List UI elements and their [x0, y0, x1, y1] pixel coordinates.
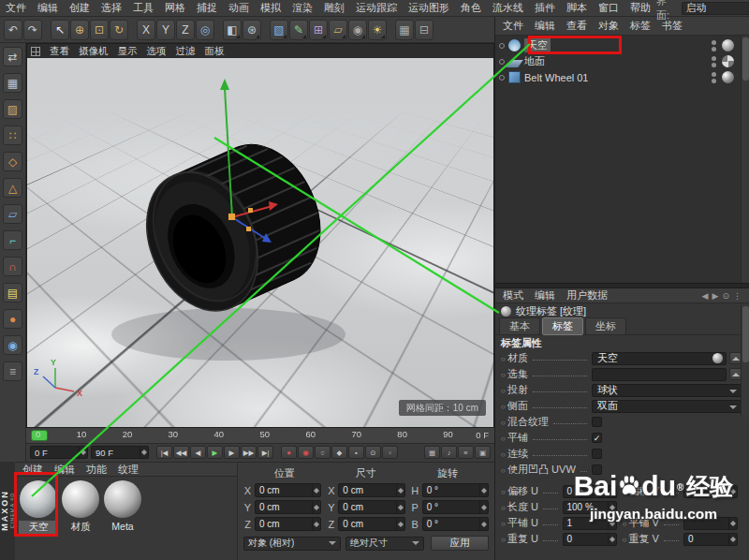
menu-item[interactable]: 文件 — [0, 0, 32, 16]
spinner-icon[interactable] — [479, 501, 488, 513]
spinner-icon[interactable] — [140, 447, 148, 458]
redo-icon[interactable]: ↷ — [23, 20, 42, 40]
expand-dot-icon[interactable] — [499, 43, 505, 49]
spinner-icon[interactable] — [479, 484, 488, 496]
menu-item[interactable]: 雕刻 — [318, 0, 350, 16]
size-field[interactable]: 0 cm — [338, 500, 404, 514]
uv-u-field[interactable]: 100 % — [563, 501, 617, 514]
spline-pen-icon[interactable]: ✎ — [289, 20, 308, 40]
workplane-mode-icon[interactable]: ▱ — [3, 204, 22, 224]
record-position-button[interactable]: ◆ — [331, 446, 347, 459]
lock-icon[interactable]: ⊙ — [722, 291, 729, 301]
uv-v-field[interactable] — [683, 517, 738, 530]
tile-checkbox[interactable] — [592, 433, 602, 443]
object-manager-menu-item[interactable]: 文件 — [497, 18, 529, 34]
scale-icon[interactable]: ⊡ — [90, 20, 109, 40]
visibility-dots[interactable] — [712, 40, 716, 52]
record-rotation-button[interactable]: ⊙ — [365, 446, 381, 459]
object-manager-menu-item[interactable]: 编辑 — [529, 18, 561, 34]
toolbar-separator[interactable] — [215, 20, 222, 40]
model-mode-icon[interactable]: ▦ — [3, 73, 22, 93]
maximize-timeline-button[interactable]: ▣ — [475, 446, 491, 459]
spinner-icon[interactable] — [608, 534, 616, 545]
polygons-mode-icon[interactable]: △ — [3, 178, 22, 198]
record-params-button[interactable]: ▫ — [382, 446, 398, 459]
prev-frame-button[interactable]: ◀ — [190, 446, 206, 459]
axis-z-lock-button[interactable]: Z — [176, 20, 195, 40]
position-field[interactable]: 0 cm — [255, 483, 321, 497]
viewport-menu-item[interactable]: 查看 — [45, 44, 74, 58]
side-dropdown[interactable]: 双面 — [592, 400, 742, 413]
spinner-icon[interactable] — [608, 486, 616, 497]
object-name[interactable]: 天空 — [524, 38, 551, 52]
viewport-panel-icon[interactable] — [31, 47, 40, 56]
menu-item[interactable]: 编辑 — [32, 0, 64, 16]
snap-enable-icon[interactable]: ∩ — [3, 257, 22, 276]
coordinate-system-icon[interactable]: ◎ — [196, 20, 214, 40]
spinner-icon[interactable] — [79, 447, 87, 458]
position-field[interactable]: 0 cm — [255, 517, 321, 531]
tab-tag[interactable]: 标签 — [542, 317, 583, 335]
spinner-icon[interactable] — [312, 501, 320, 513]
autokey-button[interactable]: ◉ — [298, 446, 314, 459]
menu-item[interactable]: 插件 — [529, 0, 561, 16]
size-field[interactable]: 0 cm — [338, 517, 404, 531]
material-item-sky[interactable]: 天空 — [19, 480, 58, 534]
viewport-3d-canvas[interactable]: X Y Z 网格间距：10 cm — [27, 58, 493, 427]
cube-primitive-icon[interactable]: ▧ — [270, 20, 288, 40]
tab-coordinates[interactable]: 坐标 — [585, 317, 626, 335]
sky-material-preview[interactable] — [20, 480, 57, 518]
spinner-icon[interactable] — [728, 534, 737, 545]
attribute-menu-item[interactable]: 编辑 — [529, 287, 561, 303]
menu-item[interactable]: 帮助 — [624, 0, 656, 16]
spinner-icon[interactable] — [728, 486, 737, 497]
material-item-default[interactable]: 材质 — [61, 480, 100, 534]
object-manager-scrollbar[interactable] — [741, 36, 749, 283]
toolbar-separator[interactable] — [43, 20, 50, 40]
goto-end-button[interactable]: ▶| — [257, 446, 273, 459]
menu-item[interactable]: 模拟 — [255, 0, 286, 16]
viewport-menu-item[interactable]: 选项 — [142, 44, 171, 58]
object-manager-menu-item[interactable]: 对象 — [593, 18, 624, 34]
object-manager-list[interactable]: 天空 地面 Belt Wheel 01 — [495, 36, 749, 283]
projection-dropdown[interactable]: 球状 — [592, 384, 742, 397]
position-field[interactable]: 0 cm — [255, 500, 321, 514]
object-name[interactable]: Belt Wheel 01 — [524, 72, 588, 83]
light-icon[interactable]: ☀ — [368, 20, 387, 40]
material-preview[interactable] — [104, 480, 141, 518]
menu-item[interactable]: 动画 — [223, 0, 255, 16]
spinner-icon[interactable] — [608, 518, 616, 529]
play-button[interactable]: ▶ — [207, 446, 223, 459]
menu-item[interactable]: 流水线 — [487, 0, 529, 16]
menu-item[interactable]: 网格 — [159, 0, 191, 16]
history-back-icon[interactable]: ◀ — [702, 291, 709, 301]
interface-select[interactable]: 启动 — [682, 2, 749, 15]
spinner-icon[interactable] — [728, 518, 737, 529]
rotation-field[interactable]: 0 ° — [422, 500, 489, 514]
object-manager-menu-item[interactable]: 标签 — [624, 18, 656, 34]
spinner-icon[interactable] — [608, 502, 616, 513]
menu-item[interactable]: 创建 — [64, 0, 95, 16]
uv-v-field[interactable]: 0 — [683, 533, 738, 546]
axis-x-lock-button[interactable]: X — [137, 20, 155, 40]
playback-rate-button[interactable]: ▦ — [424, 446, 440, 459]
material-link-field[interactable]: 天空 — [592, 352, 727, 365]
render-view-icon[interactable]: ◧ — [223, 20, 242, 40]
layout-icon[interactable]: ⊟ — [415, 20, 433, 40]
material-item-meta[interactable]: Meta — [103, 480, 142, 534]
viewport-menu-item[interactable]: 摄像机 — [74, 44, 113, 58]
material-menu-item[interactable]: 纹理 — [112, 462, 144, 478]
texture-tag-icon[interactable] — [722, 39, 734, 52]
coordinate-mode-dropdown[interactable]: 对象 (相对) — [243, 537, 341, 551]
menu-item[interactable]: 角色 — [455, 0, 487, 16]
uv-u-field[interactable]: 0 — [563, 533, 617, 546]
undo-icon[interactable]: ↶ — [4, 20, 22, 40]
tab-basic[interactable]: 基本 — [499, 317, 540, 335]
spinner-icon[interactable] — [312, 518, 320, 530]
menu-item[interactable]: 选择 — [95, 0, 127, 16]
object-row-sky[interactable]: 天空 — [495, 37, 749, 53]
selection-field[interactable] — [592, 368, 727, 381]
rotation-field[interactable]: 0 ° — [422, 517, 489, 531]
axis-mode-icon[interactable]: ⌐ — [3, 230, 22, 250]
toolbar-separator[interactable] — [262, 20, 269, 40]
